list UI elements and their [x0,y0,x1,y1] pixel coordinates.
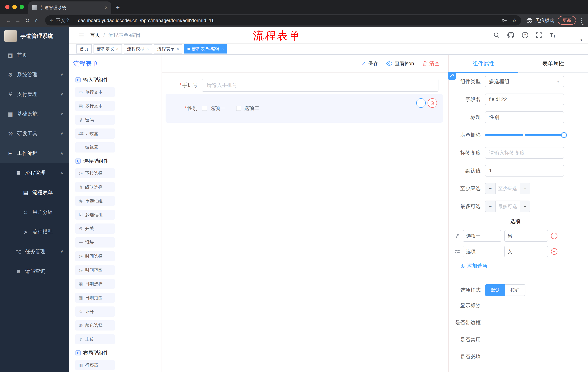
title-input[interactable] [485,111,564,123]
component-item-rate[interactable]: ☆评分 [75,307,115,317]
tab-close-icon[interactable]: × [105,5,108,11]
font-size-icon[interactable]: TT [550,32,556,39]
component-item-multi-text[interactable]: ▤多行文本 [75,101,115,111]
component-item-radio-group[interactable]: ◉单选框组 [75,196,115,206]
help-icon[interactable]: ? [522,32,528,38]
fullscreen-icon[interactable] [536,32,542,38]
password-key-icon[interactable] [502,18,507,23]
increase-button[interactable]: + [520,201,530,212]
breadcrumb-home[interactable]: 首页 [90,32,100,39]
tag-close-icon[interactable]: × [221,46,224,52]
sidebar-item-home[interactable]: ▦ 首页 [0,45,69,65]
copy-component-button[interactable] [416,98,426,108]
min-select-value[interactable]: 至少应选 [496,183,520,194]
tag-process-definition[interactable]: 流程定义 × [94,44,122,53]
sidebar-item-system[interactable]: ⚙ 系统管理 ∨ [0,65,69,85]
slider-track[interactable] [485,134,564,136]
grid-slider[interactable] [485,129,564,141]
option-value-input[interactable] [504,246,548,257]
component-item-color-picker[interactable]: ◍颜色选择 [75,320,115,330]
tab-form-props[interactable]: 表单属性 [518,55,588,73]
address-bar[interactable]: ⚠ 不安全 | dashboard.yudao.iocoder.cn/bpm/m… [45,15,521,25]
chrome-update-button[interactable]: 更新 [558,16,576,25]
component-item-checkbox-group[interactable]: ☑多选框组 [75,210,115,220]
tag-process-model[interactable]: 流程模型 × [124,44,152,53]
toolbar-caret-icon[interactable]: ▾ [582,22,584,27]
component-item-date-picker[interactable]: ▦日期选择 [75,279,115,289]
sidebar-item-leave-query[interactable]: ☻ 请假查询 [0,261,69,281]
checkbox-option-2[interactable]: 选项二 [236,105,259,112]
tab-component-props[interactable]: 组件属性 [449,55,518,73]
browser-tab[interactable]: 芋道管理系统 × [28,1,111,14]
increase-button[interactable]: + [520,183,530,194]
decrease-button[interactable]: − [485,183,496,194]
hamburger-icon[interactable]: ☰ [79,32,84,39]
max-select-value[interactable]: 最多可选 [496,201,520,212]
new-tab-button[interactable]: + [116,3,120,11]
component-type-select[interactable]: 多选框组 ▼ [485,76,564,87]
default-value-input[interactable] [485,165,564,177]
properties-scroll[interactable]: 组件类型 多选框组 ▼ 字段名 [449,73,588,372]
field-name-input[interactable] [485,94,564,105]
decrease-button[interactable]: − [485,201,496,212]
search-icon[interactable] [493,32,500,38]
minimize-window-button[interactable] [12,5,17,9]
component-item-row-container[interactable]: ▥行容器 [75,360,115,370]
back-icon[interactable]: ← [4,17,13,23]
checkbox-option-1[interactable]: 选项一 [202,105,225,112]
style-button-button[interactable]: 按钮 [505,284,525,296]
form-canvas[interactable]: *手机号 [162,73,448,372]
remove-option-button[interactable]: − [551,233,557,239]
sidebar-item-process-form[interactable]: ▤ 流程表单 [0,183,69,202]
link-float-button[interactable] [448,72,456,80]
style-default-button[interactable]: 默认 [485,284,505,296]
component-item-time-range[interactable]: ◶时间范围 [75,265,115,275]
view-json-button[interactable]: 查看json [386,60,414,67]
label-width-input[interactable] [485,147,564,159]
sidebar-item-process-model[interactable]: ➤ 流程模型 [0,222,69,242]
slider-handle[interactable] [561,132,567,138]
delete-component-button[interactable] [428,98,437,108]
drag-handle-icon[interactable] [454,234,460,238]
option-label-input[interactable] [463,246,501,257]
add-option-button[interactable]: ⊕ 添加选项 [460,262,588,269]
phone-field-row[interactable]: *手机号 [166,79,443,92]
component-item-date-range[interactable]: ▩日期范围 [75,293,115,303]
component-item-select[interactable]: ◎下拉选择 [75,168,115,178]
zoom-window-button[interactable] [20,5,24,9]
sidebar-item-payment[interactable]: ¥ 支付管理 ∨ [0,85,69,104]
sidebar-item-devtools[interactable]: ⚒ 研发工具 ∨ [0,124,69,143]
save-button[interactable]: ✓ 保存 [361,60,378,67]
gender-field-block-selected[interactable]: *性别 选项一 选项二 [166,94,443,123]
component-item-upload[interactable]: ⇪上传 [75,334,115,344]
component-item-editor[interactable]: 编辑器 [75,142,115,152]
tag-process-form-edit[interactable]: 流程表单-编辑 × [184,44,227,53]
option-value-input[interactable] [504,230,548,242]
bookmark-star-icon[interactable]: ☆ [512,18,517,23]
reload-icon[interactable]: ↻ [22,17,32,24]
sidebar-item-process-mgmt[interactable]: ≣ 流程管理 ∧ [0,163,69,183]
tag-process-form[interactable]: 流程表单 × [154,44,182,53]
sidebar-item-infra[interactable]: ▣ 基础设施 ∨ [0,104,69,124]
component-item-slider[interactable]: ⊷滑块 [75,237,115,247]
remove-option-button[interactable]: − [551,248,557,255]
home-icon[interactable]: ⌂ [32,17,42,23]
component-item-counter[interactable]: 123计数器 [75,128,115,139]
forward-icon[interactable]: → [13,17,22,23]
tag-close-icon[interactable]: × [116,46,119,52]
sidebar-item-task-mgmt[interactable]: ⌥ 任务管理 ∨ [0,242,69,261]
component-item-switch[interactable]: ⊜开关 [75,223,115,234]
tag-home[interactable]: 首页 [76,44,92,53]
gender-field-row[interactable]: *性别 选项一 选项二 [166,105,443,112]
sidebar-item-workflow[interactable]: ⊟ 工作流程 ∧ [0,143,69,163]
component-item-password[interactable]: ⚷密码 [75,115,115,125]
component-item-cascader[interactable]: ⋔级联选择 [75,182,115,192]
option-label-input[interactable] [463,230,501,242]
drag-handle-icon[interactable] [454,249,460,254]
security-label[interactable]: 不安全 [56,17,70,24]
close-window-button[interactable] [5,5,10,9]
clear-button[interactable]: 清空 [422,60,440,67]
user-avatar[interactable]: ▾ [564,28,578,42]
tag-close-icon[interactable]: × [146,46,149,52]
sidebar-item-user-group[interactable]: ☺ 用户分组 [0,202,69,222]
